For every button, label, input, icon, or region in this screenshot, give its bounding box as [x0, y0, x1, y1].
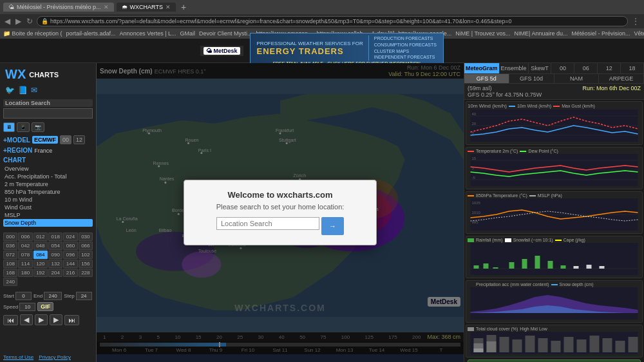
location-search-input[interactable]: [3, 108, 93, 119]
model-run-12[interactable]: 12: [73, 135, 85, 144]
back-button[interactable]: ◀: [3, 17, 12, 26]
view-mobile-button[interactable]: 📷: [32, 122, 44, 132]
tab-skewt[interactable]: SkewT: [529, 63, 552, 73]
ts-132[interactable]: 132: [48, 260, 62, 268]
terms-link[interactable]: Terms of Use: [3, 354, 33, 360]
ts-042[interactable]: 042: [18, 242, 32, 250]
bookmark-vets[interactable]: Vêtements Rêles | M...: [634, 30, 644, 37]
ts-108[interactable]: 108: [3, 260, 17, 268]
privacy-link[interactable]: Privacy Policy: [39, 354, 71, 360]
extensions-button[interactable]: ⋮: [630, 17, 641, 26]
chart-2m-temp[interactable]: 2 m Temperature: [3, 180, 93, 188]
chart-snow-depth[interactable]: Snow Depth: [3, 219, 93, 227]
speed-input[interactable]: [19, 303, 35, 311]
ts-180[interactable]: 180: [18, 269, 32, 277]
ts-018[interactable]: 018: [48, 233, 62, 241]
reload-button[interactable]: ↻: [25, 17, 34, 26]
twitter-icon[interactable]: 🐦: [5, 86, 15, 95]
ts-084[interactable]: 084: [33, 251, 48, 259]
ad-title: ENERGY TRADERS: [257, 46, 363, 56]
ts-156[interactable]: 156: [79, 260, 93, 268]
ts-120[interactable]: 120: [33, 260, 48, 268]
browser-tab-wxcharts[interactable]: 🌧 WXCHARTS ✕: [117, 3, 176, 12]
ts-048[interactable]: 048: [33, 242, 48, 250]
850hpa-legend: [468, 195, 474, 196]
tab-meteogram[interactable]: MeteoGram: [464, 63, 500, 73]
url-bar[interactable]: 🔒 https://www.wxcharts.com/?panel=defaul…: [37, 16, 628, 26]
ts-000[interactable]: 000: [3, 233, 17, 241]
ts-204[interactable]: 204: [48, 269, 62, 277]
tab-06[interactable]: 06: [574, 63, 598, 73]
ts-036[interactable]: 036: [3, 242, 17, 250]
new-tab-button[interactable]: +: [178, 2, 189, 12]
ts-144[interactable]: 144: [63, 260, 77, 268]
logo-social-icons: 🐦 📘 ✉: [0, 86, 96, 97]
bookmark-nime2[interactable]: NIME| Annuaire du...: [515, 30, 568, 37]
ts-228[interactable]: 228: [79, 269, 93, 277]
ts-192[interactable]: 192: [33, 269, 48, 277]
step-back-button[interactable]: ◀: [20, 314, 33, 325]
tab-18[interactable]: 18: [621, 63, 644, 73]
view-tablet-button[interactable]: 📱: [17, 122, 30, 132]
bookmark-portail[interactable]: portail-alerts.adaf...: [66, 30, 116, 37]
ts-072[interactable]: 072: [3, 251, 17, 259]
chart-850hpa[interactable]: 850 hPa Temperature: [3, 188, 93, 196]
tab-00[interactable]: 00: [551, 63, 574, 73]
facebook-icon[interactable]: 📘: [18, 86, 28, 95]
ts-090[interactable]: 090: [48, 251, 62, 259]
ts-096[interactable]: 096: [63, 251, 77, 259]
skip-start-button[interactable]: ⏮: [3, 315, 18, 325]
browser-tab-meteosiel[interactable]: 🌤 Météosiel - Prévisions météo p... ✕: [3, 3, 114, 12]
ts-060[interactable]: 060: [63, 242, 77, 250]
close-tab-1-icon[interactable]: ✕: [104, 4, 109, 10]
temp-chart-svg: 15 5 -5: [468, 154, 641, 186]
ad-features: PRODUCTION FORECASTSCONSUMPTION FORECAST…: [368, 35, 437, 61]
modal-search-button[interactable]: →: [321, 217, 344, 235]
subtab-nam[interactable]: NAM: [554, 74, 600, 83]
bookmark-annonces[interactable]: Annonces Vertes | L...: [120, 30, 176, 37]
bookmark-nime[interactable]: NiME | Trouvez vos...: [455, 30, 510, 37]
end-input[interactable]: [44, 292, 62, 300]
bookmark-inbox[interactable]: 📁 Boite de réception (: [3, 30, 62, 37]
step-input[interactable]: [76, 292, 92, 300]
chart-overview[interactable]: Overview: [3, 165, 93, 173]
right-sub-tabs: GFS 5d GFS 10d NAM ARPEGE: [464, 74, 644, 84]
forward-button[interactable]: ▶: [14, 17, 23, 26]
bookmark-meteosiel[interactable]: Météosiel - Prévision...: [571, 30, 630, 37]
ts-102[interactable]: 102: [79, 251, 93, 259]
model-run-00[interactable]: 00: [60, 135, 71, 144]
play-button[interactable]: ▶: [35, 314, 48, 325]
ts-030[interactable]: 030: [79, 233, 93, 241]
tab-ensemble[interactable]: Ensemble: [500, 63, 529, 73]
ts-216[interactable]: 216: [63, 269, 77, 277]
subtab-gfs10d[interactable]: GFS 10d: [509, 74, 554, 83]
ts-168[interactable]: 168: [3, 269, 17, 277]
ts-114[interactable]: 114: [18, 260, 32, 268]
mail-icon[interactable]: ✉: [31, 86, 37, 95]
subtab-gfs5d[interactable]: GFS 5d: [464, 74, 509, 83]
chart-mslp[interactable]: MSLP: [3, 211, 93, 219]
wind-chart-svg: 40 20 0: [468, 110, 641, 142]
ts-078[interactable]: 078: [18, 251, 32, 259]
ts-240[interactable]: 240: [3, 278, 17, 286]
close-tab-2-icon[interactable]: ✕: [166, 4, 171, 10]
tab-12[interactable]: 12: [598, 63, 621, 73]
model-label[interactable]: +MODEL: [3, 137, 30, 144]
ts-066[interactable]: 066: [79, 242, 93, 250]
ts-006[interactable]: 006: [18, 233, 32, 241]
bookmark-gmail[interactable]: GMail: [180, 30, 196, 37]
chart-10m-wind[interactable]: 10 m Wind: [3, 196, 93, 204]
ts-054[interactable]: 054: [48, 242, 62, 250]
region-label[interactable]: +REGION: [3, 147, 32, 154]
ts-024[interactable]: 024: [63, 233, 77, 241]
skip-end-button[interactable]: ⏭: [64, 315, 79, 325]
subtab-arpege[interactable]: ARPEGE: [599, 74, 644, 83]
step-forward-button[interactable]: ▶: [50, 314, 62, 325]
chart-wind-gust[interactable]: Wind Gust: [3, 204, 93, 211]
chart-acc-precip[interactable]: Acc. Precipitation - Total: [3, 173, 93, 180]
ts-012[interactable]: 012: [33, 233, 48, 241]
modal-location-input[interactable]: [216, 217, 319, 230]
start-input[interactable]: [15, 292, 32, 300]
view-desktop-button[interactable]: 🖥: [3, 122, 15, 132]
gif-button[interactable]: GIF: [37, 302, 53, 311]
